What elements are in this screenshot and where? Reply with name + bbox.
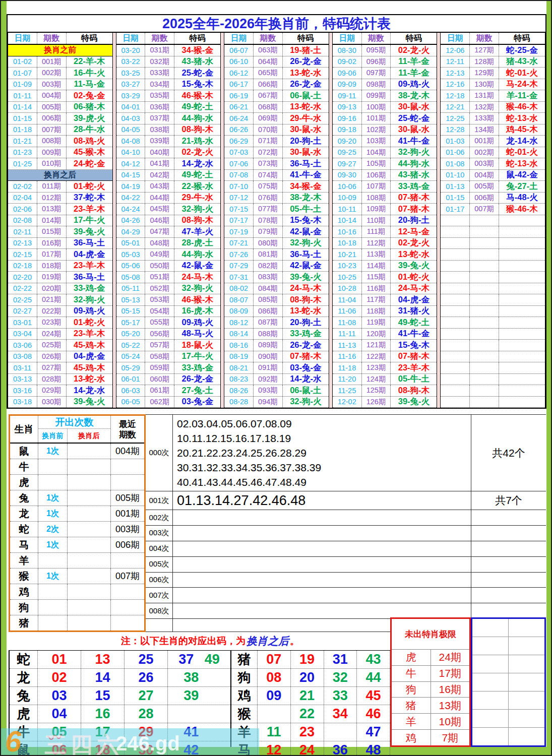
count-total: 共7个 (471, 491, 546, 510)
special-code-cell: 08-鸡-火 (67, 136, 112, 147)
table-row: 05-11 052期 32-狗-火 (116, 283, 221, 295)
date-cell: 10-18 (333, 238, 362, 249)
period-cell: 031期 (145, 45, 174, 56)
period-cell: 024期 (37, 329, 67, 340)
period-cell: 036期 (145, 102, 174, 113)
count-after-value (68, 459, 111, 474)
date-cell: 08-21 (224, 362, 254, 373)
zodiac-stats-row: 蛇 2次 003期 (10, 522, 144, 537)
special-code-cell: 兔-27-土 (499, 181, 545, 192)
period-cell (470, 385, 499, 396)
zodiac-name: 狗 (231, 669, 258, 686)
count-after-value (68, 569, 111, 584)
table-row: 07-31 083期 39-兔-火 (224, 272, 329, 283)
recent-period-value (111, 475, 144, 490)
special-code-cell (499, 238, 545, 249)
recent-period-value: 007期 (111, 569, 144, 584)
period-cell: 003期 (470, 158, 499, 169)
number-cell (258, 705, 291, 723)
table-row: 04-22 044期 29-牛-水 (116, 193, 221, 204)
count-numbers (173, 557, 471, 572)
period-cell: 002期 (37, 68, 67, 79)
table-row: 03-01 023期 01-蛇-火 (8, 317, 112, 329)
date-cell: 10-16 (333, 226, 362, 237)
period-cell: 008期 (37, 136, 67, 147)
special-code-cell: 42-鼠-金 (174, 261, 220, 272)
special-code-cell: 49-蛇-土 (174, 102, 220, 113)
special-code-cell: 06-鼠-土 (283, 90, 329, 101)
zodiac-name: 蛇 (10, 651, 38, 668)
table-row: 03-11 027期 45-鸡-木 (8, 362, 112, 374)
date-cell: 02-22 (8, 283, 37, 294)
table-row: 09-02 096期 11-羊-金 (333, 56, 437, 68)
rows-column-3: 06-07 063期 19-猪-土 06-10 064期 26-龙-金 06-1… (224, 45, 329, 408)
period-cell: 114期 (362, 261, 391, 272)
recent-period-value (111, 553, 144, 568)
special-code-cell: 08-狗-木 (174, 215, 220, 226)
count-after-value (68, 522, 111, 537)
date-cell: 10-25 (333, 272, 362, 283)
header-date: 日期 (441, 33, 470, 44)
empty-cell (472, 728, 509, 745)
table-row: 02-20 019期 36-马-土 (8, 272, 112, 283)
count-label (146, 619, 173, 632)
count-numbers (173, 526, 471, 541)
period-cell: 110期 (362, 215, 391, 226)
date-cell: 12-06 (441, 45, 470, 56)
special-code-cell: 07-猪-木 (391, 193, 437, 204)
table-row: 02-06 013期 23-羊-木 (8, 204, 112, 215)
table-row (441, 215, 545, 227)
date-cell: 03-27 (116, 79, 146, 90)
date-cell: 08-07 (224, 294, 254, 305)
count-before-value (38, 475, 68, 490)
limit-row: 牛 17期 (392, 665, 469, 681)
date-cell: 05-06 (116, 261, 146, 272)
table-row: 12-18 131期 羊-11-金 (441, 90, 545, 102)
table-row: 05-29 059期 33-鸡-金 (116, 362, 221, 374)
special-code-cell: 37-蛇-木 (67, 193, 112, 204)
empty-cell (509, 728, 544, 745)
period-cell: 074期 (254, 170, 283, 181)
period-cell: 005期 (470, 181, 499, 192)
limit-period-count: 10期 (431, 714, 470, 729)
period-cell: 091期 (254, 362, 283, 373)
special-code-cell: 13-蛇-水 (283, 102, 329, 113)
special-code-cell: 22-羊-木 (67, 56, 112, 68)
table-row: 05-01 048期 28-虎-土 (116, 238, 221, 249)
special-code-cell (499, 329, 545, 340)
column-header-row: 日期 期数 特码 (333, 33, 437, 45)
special-code-cell: 14-龙-水 (67, 385, 112, 396)
special-code-cell: 03-兔-金 (283, 362, 329, 373)
period-cell: 007期 (470, 204, 499, 215)
date-cell: 11-04 (333, 294, 362, 305)
special-code-cell: 羊-11-金 (499, 90, 545, 101)
header-draw-count: 开出次数 (38, 416, 110, 429)
period-cell: 028期 (37, 374, 67, 385)
period-cell: 027期 (37, 362, 67, 373)
table-row: 08-02 084期 24-马-木 (224, 283, 329, 295)
special-code-cell: 13-蛇-水 (283, 68, 329, 79)
date-cell (441, 261, 470, 272)
date-cell: 07-08 (224, 170, 254, 181)
number-cell: 25 (125, 651, 168, 668)
period-cell: 054期 (145, 306, 174, 317)
date-cell: 12-25 (441, 113, 470, 124)
number-cell: 32 (324, 669, 357, 686)
table-row: 02-18 018期 23-羊-木 (8, 261, 112, 272)
table-row: 05-20 056期 48-马-火 (116, 329, 221, 340)
period-cell: 018期 (37, 261, 67, 272)
special-code-cell: 05-牛-土 (283, 204, 329, 215)
count-before-value: 1次 (38, 537, 68, 552)
table-row: 04-19 043期 22-猴-水 (116, 181, 221, 193)
table-row: 04-24 045期 32-狗-火 (116, 204, 221, 215)
period-cell: 121期 (362, 340, 391, 351)
special-code-cell: 32-狗-火 (174, 283, 220, 294)
special-code-cell: 25-蛇-金 (391, 113, 437, 124)
special-code-cell: 22-猴-水 (174, 181, 220, 192)
table-row: 12-11 128期 猪-43-水 (441, 56, 545, 68)
date-cell: 02-04 (8, 193, 37, 204)
special-code-cell: 24-蛇-金 (67, 158, 112, 169)
special-code-cell: 31-猪-火 (391, 306, 437, 317)
table-row: 01-23 009期 45-猴-木 (8, 147, 112, 159)
period-cell: 117期 (362, 294, 391, 305)
